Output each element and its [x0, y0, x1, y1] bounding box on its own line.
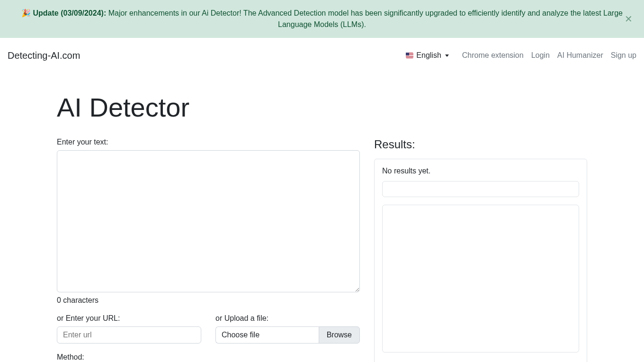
alert-body: Major enhancements in our Ai Detector! T…: [106, 9, 623, 28]
text-input[interactable]: [57, 150, 360, 292]
url-input-label: or Enter your URL:: [57, 314, 201, 323]
method-label: Method:: [57, 353, 360, 362]
main-container: AI Detector Enter your text: 0 character…: [57, 73, 587, 362]
nav-right: English Chrome extension Login AI Humani…: [400, 47, 636, 63]
url-column: or Enter your URL:: [57, 314, 201, 344]
language-label: English: [416, 51, 441, 60]
results-heading: Results:: [374, 138, 587, 151]
brand-link[interactable]: Detecting-AI.com: [8, 50, 80, 61]
url-input[interactable]: [57, 326, 201, 344]
no-results-text: No results yet.: [382, 167, 579, 175]
results-detail-box: [382, 205, 579, 353]
alert-close-button[interactable]: ✕: [621, 11, 636, 27]
alert-bold-prefix: Update (03/09/2024):: [33, 9, 106, 17]
caret-down-icon: [445, 54, 449, 57]
file-input-label: or Upload a file:: [215, 314, 360, 323]
results-summary-box: [382, 181, 579, 197]
nav-chrome-extension[interactable]: Chrome extension: [462, 51, 524, 60]
left-column: Enter your text: 0 characters or Enter y…: [57, 138, 360, 362]
results-card: No results yet.: [374, 159, 587, 362]
nav-sign-up[interactable]: Sign up: [611, 51, 636, 60]
nav-login[interactable]: Login: [531, 51, 550, 60]
text-input-label: Enter your text:: [57, 138, 360, 146]
file-choose-label[interactable]: Choose file: [215, 326, 319, 344]
page-title: AI Detector: [57, 92, 587, 123]
file-browse-button[interactable]: Browse: [319, 326, 360, 344]
us-flag-icon: [406, 53, 413, 58]
nav-ai-humanizer[interactable]: AI Humanizer: [557, 51, 603, 60]
right-column: Results: No results yet.: [374, 138, 587, 362]
file-column: or Upload a file: Choose file Browse: [215, 314, 360, 344]
url-file-row: or Enter your URL: or Upload a file: Cho…: [57, 314, 360, 344]
file-input-group: Choose file Browse: [215, 326, 360, 344]
language-selector[interactable]: English: [400, 47, 454, 63]
alert-emoji: 🎉: [21, 9, 31, 17]
main-row: Enter your text: 0 characters or Enter y…: [57, 138, 587, 362]
update-alert: 🎉 Update (03/09/2024): Major enhancement…: [0, 0, 644, 38]
close-icon: ✕: [625, 14, 633, 24]
navbar: Detecting-AI.com English Chrome extensio…: [0, 38, 644, 73]
character-count: 0 characters: [57, 296, 360, 305]
